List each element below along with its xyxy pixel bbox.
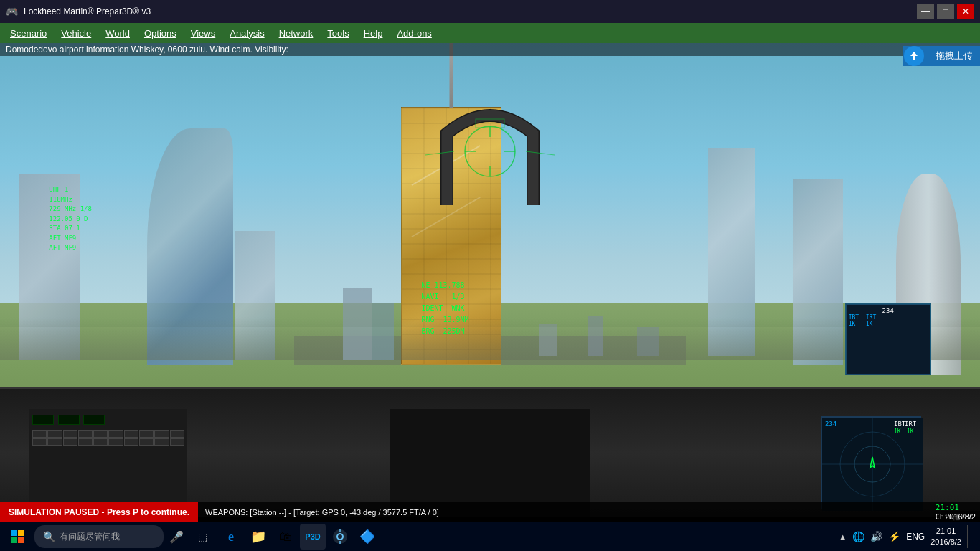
hud-mfd-panel: 234 IBT IRT 1K 1K [845, 303, 931, 375]
store-icon: 🛍 [279, 529, 292, 545]
language-indicator[interactable]: ENG [906, 532, 925, 542]
menu-scenario[interactable]: Scenario [3, 25, 54, 42]
app-button-blue[interactable]: 🔷 [354, 524, 380, 550]
panel-buttons-grid [32, 430, 184, 446]
minimize-button[interactable]: — [917, 4, 934, 19]
folder-icon: 📁 [250, 529, 266, 545]
menu-options[interactable]: Options [137, 25, 184, 42]
taskbar-tray: ▲ 🌐 🔊 ⚡ ENG 21:01 2016/8/2 [839, 525, 977, 548]
mic-icon: 🎤 [169, 530, 184, 544]
edge-icon: e [228, 529, 234, 545]
p3d-app-button[interactable]: P3D [300, 524, 326, 550]
svg-rect-20 [11, 537, 17, 543]
start-button[interactable] [3, 522, 32, 551]
search-icon: 🔍 [43, 531, 55, 542]
svg-text:1K: 1K [894, 428, 901, 435]
clock-date: 2016/8/2 [930, 537, 961, 547]
upload-button[interactable]: 拖拽上传 [928, 46, 980, 66]
hud-uhf-label: UHF 1118MHz729 MHz 1/8122.05 0 DSTA 07 1… [49, 185, 92, 253]
svg-text:234: 234 [825, 420, 837, 428]
menu-addons[interactable]: Add-ons [390, 25, 438, 42]
panel-center-controls [390, 409, 590, 517]
atis-text: Domodedovo airport information Whiskey, … [6, 44, 288, 55]
network-tray-icon[interactable]: 🌐 [852, 531, 864, 542]
panel-left-display [32, 415, 184, 425]
chinese-notice-text: 2016/8/2 [941, 511, 980, 522]
hud-reticle-svg [418, 90, 562, 205]
weapons-info-text: WEAPONS: [Station --] - [Target: GPS 0, … [198, 508, 446, 517]
menu-bar: Scenario Vehicle World Options Views Ana… [0, 23, 980, 43]
mfd-map-display: 234 IBT IRT 1K 1K [822, 418, 920, 508]
hud-center-data: NE 113.788 NAVI 1/3 IDENT WNK RNG 13.9NM… [421, 280, 468, 337]
mfd-display: 234 IBT IRT 1K 1K [846, 304, 930, 375]
hud-nav-data: NE 113.788 NAVI 1/3 IDENT WNK RNG 13.9NM… [421, 280, 468, 337]
svg-rect-21 [18, 537, 24, 543]
taskbar-clock[interactable]: 21:01 2016/8/2 [930, 526, 961, 548]
power-tray-icon[interactable]: ⚡ [888, 531, 900, 542]
menu-analysis[interactable]: Analysis [222, 25, 271, 42]
menu-tools[interactable]: Tools [320, 25, 356, 42]
atis-bar: Domodedovo airport information Whiskey, … [0, 43, 980, 56]
upload-icon [904, 46, 924, 66]
store-button[interactable]: 🛍 [273, 524, 298, 550]
file-explorer-button[interactable]: 📁 [245, 524, 271, 550]
task-view-icon: ⬚ [198, 531, 207, 542]
panel-right-mfd: 234 IBT IRT 1K 1K [821, 416, 921, 509]
upload-svg-icon [908, 50, 920, 62]
hud-left-data: UHF 1118MHz729 MHz 1/8122.05 0 DSTA 07 1… [49, 185, 92, 253]
svg-text:1K: 1K [907, 428, 914, 435]
steam-button[interactable] [327, 524, 353, 550]
volume-tray-icon[interactable]: 🔊 [870, 531, 882, 542]
menu-world[interactable]: World [98, 25, 137, 42]
mfd-map-svg: 234 IBT IRT 1K 1K [822, 418, 923, 511]
windows-logo-icon [11, 530, 24, 543]
tray-expand-icon[interactable]: ▲ [839, 532, 847, 541]
title-bar: 🎮 Lockheed Martin® Prepar3D® v3 — □ ✕ [0, 0, 980, 23]
title-bar-left: 🎮 Lockheed Martin® Prepar3D® v3 [6, 6, 151, 17]
panel-left-instruments [29, 409, 187, 517]
title-bar-title: Lockheed Martin® Prepar3D® v3 [24, 6, 151, 17]
title-bar-controls: — □ ✕ [917, 4, 974, 19]
date-display: 2016/8/2 [945, 512, 976, 521]
svg-text:IRT: IRT [905, 420, 917, 428]
p3d-icon: P3D [305, 532, 320, 541]
taskbar-search-bar[interactable]: 🔍 有问题尽管问我 [34, 525, 164, 548]
menu-vehicle[interactable]: Vehicle [54, 25, 98, 42]
taskbar: 🔍 有问题尽管问我 🎤 ⬚ e 📁 🛍 P3D [0, 522, 980, 551]
menu-help[interactable]: Help [357, 25, 390, 42]
bg-buildings [0, 320, 980, 356]
svg-rect-19 [18, 530, 24, 536]
mic-button[interactable]: 🎤 [164, 524, 189, 550]
task-view-button[interactable]: ⬚ [189, 524, 215, 550]
instrument-panel: 234 IBT IRT 1K 1K [0, 387, 980, 517]
blue-app-icon: 🔷 [359, 529, 375, 545]
sim-paused-label: SIMULATION PAUSED - Press P to continue. [0, 502, 198, 522]
weapons-status-bar: SIMULATION PAUSED - Press P to continue.… [0, 502, 980, 522]
steam-icon [332, 529, 348, 545]
simulation-viewport: UHF 1118MHz729 MHz 1/8122.05 0 DSTA 07 1… [0, 43, 980, 517]
taskbar-search-text: 有问题尽管问我 [60, 531, 120, 543]
menu-views[interactable]: Views [184, 25, 222, 42]
menu-network[interactable]: Network [272, 25, 321, 42]
svg-rect-18 [11, 530, 17, 536]
close-button[interactable]: ✕ [957, 4, 974, 19]
edge-browser-button[interactable]: e [218, 524, 244, 550]
show-desktop-button[interactable] [967, 525, 971, 548]
maximize-button[interactable]: □ [937, 4, 954, 19]
hud-sight [418, 90, 562, 205]
upload-area: 拖拽上传 [903, 46, 980, 66]
taskbar-apps: e 📁 🛍 P3D 🔷 [218, 524, 380, 550]
clock-time: 21:01 [930, 526, 961, 537]
